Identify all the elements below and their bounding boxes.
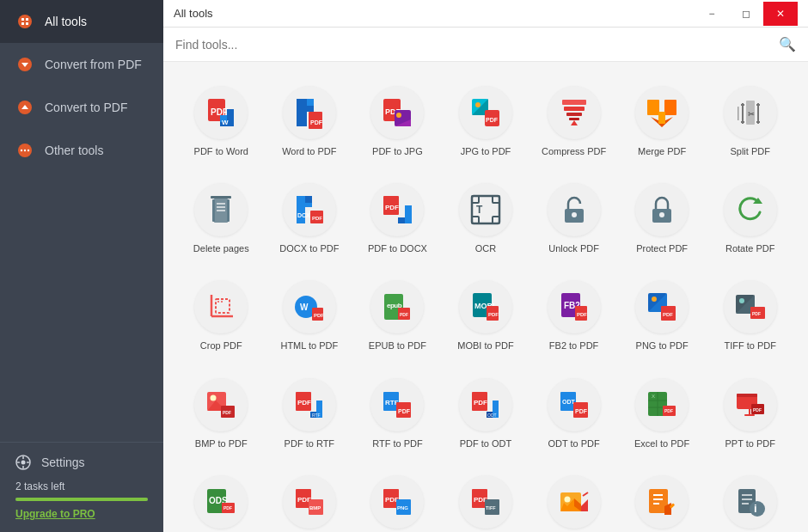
tool-merge-pdf[interactable]: Merge PDF xyxy=(621,76,703,166)
tool-icon-pdf-to-bmp: PDFBMP xyxy=(283,475,336,529)
tool-excel-to-pdf[interactable]: XPDF Excel to PDF xyxy=(621,368,703,458)
tool-rtf-to-pdf[interactable]: RTFPDF RTF to PDF xyxy=(357,368,438,458)
tool-fb2-to-pdf[interactable]: FB2PDF FB2 to PDF xyxy=(533,270,615,360)
tool-ods-to-pdf[interactable]: ODSPDF ODS to PDF xyxy=(181,465,262,532)
svg-text:BMP: BMP xyxy=(309,505,321,511)
svg-point-11 xyxy=(24,150,26,151)
tool-compress-pdf[interactable]: Compress PDF xyxy=(533,76,615,166)
tool-crop-pdf[interactable]: Crop PDF xyxy=(181,270,262,360)
tool-label-rtf-to-pdf: RTF to PDF xyxy=(372,438,422,449)
tool-unlock-pdf[interactable]: Unlock PDF xyxy=(533,173,615,263)
search-input[interactable] xyxy=(175,38,772,52)
tool-label-compress-pdf: Compress PDF xyxy=(542,146,606,157)
progress-fill xyxy=(15,498,148,501)
upgrade-button[interactable]: Upgrade to PRO xyxy=(15,508,148,520)
svg-text:PDF: PDF xyxy=(486,117,499,123)
tool-icon-pdf-to-rtf: PDFRTF xyxy=(283,378,336,431)
maximize-button[interactable]: ◻ xyxy=(729,2,763,26)
tool-icon-edit-metadata: i xyxy=(724,475,777,529)
tool-label-pdf-to-odt: PDF to ODT xyxy=(460,438,512,449)
tool-png-to-pdf[interactable]: PDF PNG to PDF xyxy=(621,270,703,360)
svg-point-0 xyxy=(18,15,32,28)
tool-label-pdf-to-word: PDF to Word xyxy=(194,146,248,157)
tool-icon-epub-to-pdf: epubPDF xyxy=(370,280,424,333)
tool-extract-images[interactable]: Extract images xyxy=(533,465,615,532)
settings-item[interactable]: Settings xyxy=(15,455,148,470)
tool-pdf-to-tiff[interactable]: PDFTIFF PDF to TIFF xyxy=(445,465,527,532)
tool-jpg-to-pdf[interactable]: PDF JPG to PDF xyxy=(445,76,527,166)
sidebar-item-convert-from-pdf[interactable]: Convert from PDF xyxy=(0,43,163,86)
arrow-up-circle-icon xyxy=(15,98,34,117)
svg-point-103 xyxy=(652,297,657,302)
tool-ocr[interactable]: T OCR xyxy=(445,173,527,263)
tool-extract-text[interactable]: Extract text xyxy=(621,465,703,532)
tool-pdf-to-jpg[interactable]: PDF PDF to JPG xyxy=(357,76,438,166)
close-button[interactable]: ✕ xyxy=(763,2,798,26)
tool-rotate-pdf[interactable]: Rotate PDF xyxy=(709,173,791,263)
tool-icon-pdf-to-odt: PDFODT xyxy=(459,378,512,431)
tool-label-merge-pdf: Merge PDF xyxy=(638,146,686,157)
search-bar: 🔍 xyxy=(163,28,808,62)
tool-split-pdf[interactable]: ✂ Split PDF xyxy=(709,76,791,166)
sidebar: All tools Convert from PDF Convert to PD… xyxy=(0,0,163,532)
tool-word-to-pdf[interactable]: PDF Word to PDF xyxy=(269,76,351,166)
tool-label-rotate-pdf: Rotate PDF xyxy=(725,243,774,254)
tool-pdf-to-word[interactable]: PDFW PDF to Word xyxy=(181,76,262,166)
titlebar-controls: − ◻ ✕ xyxy=(695,2,798,26)
svg-rect-2 xyxy=(26,18,28,21)
tool-icon-rotate-pdf xyxy=(724,183,777,236)
tool-icon-excel-to-pdf: XPDF xyxy=(635,378,689,431)
tool-icon-pdf-to-word: PDFW xyxy=(194,86,248,139)
svg-rect-71 xyxy=(398,217,405,223)
minimize-button[interactable]: − xyxy=(695,2,729,26)
svg-marker-42 xyxy=(571,120,578,125)
tool-odt-to-pdf[interactable]: ODTPDF ODT to PDF xyxy=(533,368,615,458)
sidebar-item-convert-to-pdf[interactable]: Convert to PDF xyxy=(0,86,163,129)
tool-edit-metadata[interactable]: i Edit metadata xyxy=(709,465,791,532)
tool-pdf-to-odt[interactable]: PDFODT PDF to ODT xyxy=(445,368,527,458)
tool-ppt-to-pdf[interactable]: PDF PPT to PDF xyxy=(709,368,791,458)
sidebar-item-label: All tools xyxy=(45,15,87,28)
tool-label-ocr: OCR xyxy=(475,243,496,254)
svg-text:PDF: PDF xyxy=(385,204,399,211)
tool-icon-pdf-to-jpg: PDF xyxy=(370,86,424,139)
settings-label: Settings xyxy=(41,456,85,469)
tool-epub-to-pdf[interactable]: epubPDF EPUB to PDF xyxy=(357,270,438,360)
tool-pdf-to-docx[interactable]: PDF PDF to DOCX xyxy=(357,173,438,263)
tool-label-pdf-to-docx: PDF to DOCX xyxy=(368,243,427,254)
tool-icon-crop-pdf xyxy=(194,280,248,333)
titlebar-title: All tools xyxy=(174,7,213,20)
svg-rect-4 xyxy=(26,22,28,25)
tool-label-pdf-to-jpg: PDF to JPG xyxy=(372,146,423,157)
svg-rect-58 xyxy=(212,199,215,222)
svg-point-108 xyxy=(739,298,744,303)
tool-bmp-to-pdf[interactable]: PDF BMP to PDF xyxy=(181,368,262,458)
tool-icon-split-pdf: ✂ xyxy=(724,86,777,139)
tool-mobi-to-pdf[interactable]: MOBIPDF MOBI to PDF xyxy=(445,270,527,360)
tool-protect-pdf[interactable]: Protect PDF xyxy=(621,173,703,263)
svg-text:T: T xyxy=(476,204,483,216)
svg-text:i: i xyxy=(754,502,757,515)
tool-label-fb2-to-pdf: FB2 to PDF xyxy=(549,340,598,352)
tool-label-word-to-pdf: Word to PDF xyxy=(282,146,336,157)
sidebar-item-all-tools[interactable]: All tools xyxy=(0,0,163,43)
tool-html-to-pdf[interactable]: WPDF HTML to PDF xyxy=(269,270,351,360)
svg-text:TIFF: TIFF xyxy=(486,505,496,511)
svg-point-180 xyxy=(750,501,765,517)
svg-point-31 xyxy=(396,113,401,118)
tool-icon-pdf-to-docx: PDF xyxy=(370,183,424,236)
tool-icon-bmp-to-pdf: PDF xyxy=(194,378,248,431)
sidebar-item-other-tools[interactable]: Other tools xyxy=(0,129,163,172)
tool-icon-ocr: T xyxy=(459,183,512,236)
tool-delete-pages[interactable]: Delete pages xyxy=(181,173,262,263)
progress-bar xyxy=(15,498,148,501)
tool-pdf-to-png[interactable]: PDFPNG PDF to PNG xyxy=(357,465,438,532)
tool-icon-word-to-pdf: PDF xyxy=(283,86,336,139)
tool-docx-to-pdf[interactable]: DCXPDF DOCX to PDF xyxy=(269,173,351,263)
tool-pdf-to-rtf[interactable]: PDFRTF PDF to RTF xyxy=(269,368,351,458)
tool-label-epub-to-pdf: EPUB to PDF xyxy=(369,340,426,352)
tool-icon-mobi-to-pdf: MOBIPDF xyxy=(459,280,512,333)
tool-pdf-to-bmp[interactable]: PDFBMP PDF to BMP xyxy=(269,465,351,532)
tool-tiff-to-pdf[interactable]: PDF TIFF to PDF xyxy=(709,270,791,360)
tool-label-delete-pages: Delete pages xyxy=(193,243,249,254)
